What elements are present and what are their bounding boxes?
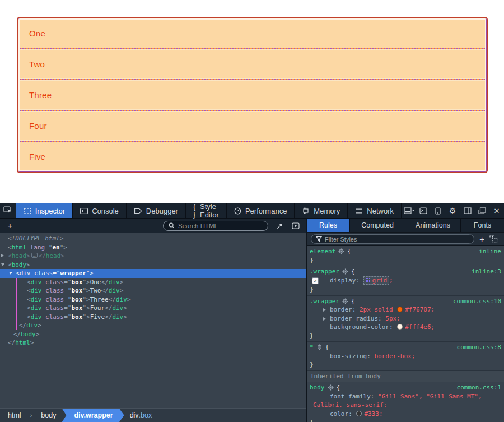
color-swatch[interactable] <box>397 324 403 330</box>
rule-selector[interactable]: body <box>310 383 325 392</box>
tab-style-editor[interactable]: { }Style Editor <box>186 203 227 218</box>
tab-debugger[interactable]: Debugger <box>127 203 186 218</box>
settings-gear-icon[interactable]: ⚙ <box>445 203 460 219</box>
expand-shorthand-icon[interactable] <box>323 317 326 321</box>
console-icon <box>80 208 88 214</box>
tab-performance[interactable]: Performance <box>227 203 295 218</box>
grid-icon[interactable] <box>366 277 371 286</box>
grid-box-four: Four <box>20 112 485 140</box>
tree-node[interactable]: <div class="box">Two</div> <box>0 286 306 295</box>
property-value: #fff4e6 <box>405 323 431 331</box>
tree-node[interactable]: <body> <box>0 261 306 270</box>
twisty-down-icon[interactable] <box>1 263 4 266</box>
rule-source-link[interactable]: common.css:10 <box>453 297 501 306</box>
sidebar-toggle-icon[interactable] <box>460 203 475 219</box>
breadcrumb-item-div-wrapper[interactable]: div.wrapper <box>62 409 124 422</box>
sidebar-tab-rules[interactable]: Rules <box>307 219 350 232</box>
add-node-button[interactable]: + <box>6 221 15 230</box>
tree-node[interactable]: <!DOCTYPE html> <box>0 234 306 243</box>
tab-memory[interactable]: Memory <box>295 203 348 218</box>
dock-side-icon[interactable] <box>402 203 416 219</box>
token-tag: div <box>112 304 123 312</box>
rule-selector[interactable]: element <box>310 247 335 256</box>
tree-node[interactable]: <div class="box">Five</div> <box>0 313 306 322</box>
filter-styles-input[interactable]: Filter Styles <box>311 234 474 244</box>
selector-highlighter-icon[interactable] <box>328 384 334 391</box>
add-rule-button[interactable]: + <box>479 234 484 244</box>
breadcrumb-item-div-box[interactable]: div.box <box>122 409 160 422</box>
child-guide-line <box>16 321 17 330</box>
sidebar-tab-computed[interactable]: Computed <box>350 219 405 232</box>
tab-label: Memory <box>314 207 340 215</box>
selector-highlighter-icon[interactable] <box>316 344 323 350</box>
eyedropper-icon[interactable] <box>276 222 284 230</box>
play-panel-icon[interactable] <box>292 222 300 229</box>
token-br: > <box>123 313 127 321</box>
color-swatch[interactable] <box>356 411 362 416</box>
expand-shorthand-icon[interactable] <box>323 308 326 312</box>
responsive-mode-icon[interactable] <box>431 203 445 219</box>
twisty-down-icon[interactable] <box>9 272 12 275</box>
selector-highlighter-icon[interactable] <box>342 268 348 275</box>
sidebar-tab-fonts[interactable]: Fonts <box>461 219 504 232</box>
css-declaration[interactable]: border-radius: 5px; <box>310 314 501 323</box>
declaration-checkbox[interactable]: ✓ <box>312 277 319 284</box>
tree-node-text: </html> <box>0 338 34 347</box>
tree-node[interactable]: </div> <box>0 321 306 330</box>
rendered-page: OneTwoThreeFourFive <box>0 0 504 203</box>
tab-console[interactable]: Console <box>73 203 127 218</box>
tree-node[interactable]: <head>…</head> <box>0 252 306 261</box>
sidebar-tab-animations[interactable]: Animations <box>405 219 461 232</box>
css-declaration[interactable]: box-sizing: border-box; <box>310 352 501 361</box>
pick-element-button[interactable] <box>0 203 16 218</box>
pseudo-class-panel-icon[interactable] <box>489 235 498 243</box>
token-tag: div <box>31 313 42 321</box>
open-brace: { <box>351 297 355 306</box>
tab-inspector[interactable]: Inspector <box>16 203 73 218</box>
token-br: > <box>26 261 30 268</box>
split-console-icon[interactable] <box>416 203 431 219</box>
close-icon[interactable]: ✕ <box>489 203 504 219</box>
rule-source-link[interactable]: common.css:8 <box>457 343 501 352</box>
rule-source-link[interactable]: common.css:1 <box>457 383 501 392</box>
token-br: > <box>60 252 64 259</box>
open-brace: { <box>325 343 329 352</box>
rules-list: element{inline}.wrapper{inline:3✓display… <box>307 246 504 422</box>
popout-window-icon[interactable] <box>475 203 489 219</box>
token-br: =" <box>64 279 71 286</box>
tree-node[interactable]: <div class="box">One</div> <box>0 278 306 287</box>
tab-network[interactable]: Network <box>348 203 402 218</box>
rule-selector[interactable]: .wrapper <box>310 267 339 276</box>
tree-node[interactable]: </html> <box>0 338 306 347</box>
property-name: color <box>330 410 348 418</box>
css-declaration[interactable]: background-color: #fff4e6; <box>310 323 501 332</box>
rule-source-link[interactable]: inline <box>479 247 501 256</box>
tree-node-text: </div> <box>0 321 41 330</box>
rule-selector[interactable]: * <box>310 343 314 352</box>
grid-box-three: Three <box>20 81 485 109</box>
breadcrumb-item-body[interactable]: body <box>33 409 64 422</box>
tree-node[interactable]: </body> <box>0 330 306 339</box>
css-declaration[interactable]: font-family: "Gill Sans", "Gill Sans MT"… <box>310 392 501 410</box>
token-br: =" <box>64 313 71 321</box>
rule-selector[interactable]: .wrapper <box>310 297 339 306</box>
tree-node[interactable]: <html lang="en"> <box>0 243 306 252</box>
grid-highlighter-token[interactable]: grid <box>363 276 390 285</box>
css-declaration[interactable]: ✓display: grid; <box>310 276 501 286</box>
rule-source-link[interactable]: inline:3 <box>472 267 501 276</box>
selector-highlighter-icon[interactable] <box>338 248 344 254</box>
token-attr: class <box>31 270 53 277</box>
selector-highlighter-icon[interactable] <box>342 298 348 304</box>
tree-node[interactable]: <div class="box">Four</div> <box>0 304 306 313</box>
css-declaration[interactable]: border: 2px solid #f76707; <box>310 305 501 314</box>
tree-node[interactable]: <div class="box">Three</div> <box>0 295 306 304</box>
tree-node-text: <!DOCTYPE html> <box>0 234 63 243</box>
search-html-input[interactable]: Search HTML <box>163 221 268 231</box>
css-declaration[interactable]: color: #333; <box>310 410 501 419</box>
tree-node-selected[interactable]: <div class="wrapper"> <box>0 269 306 278</box>
breadcrumb-item-html[interactable]: html <box>0 409 29 422</box>
color-swatch[interactable] <box>397 307 403 312</box>
token-br: "> <box>82 313 90 321</box>
child-guide-line <box>16 313 17 322</box>
twisty-right-icon[interactable] <box>1 254 4 257</box>
